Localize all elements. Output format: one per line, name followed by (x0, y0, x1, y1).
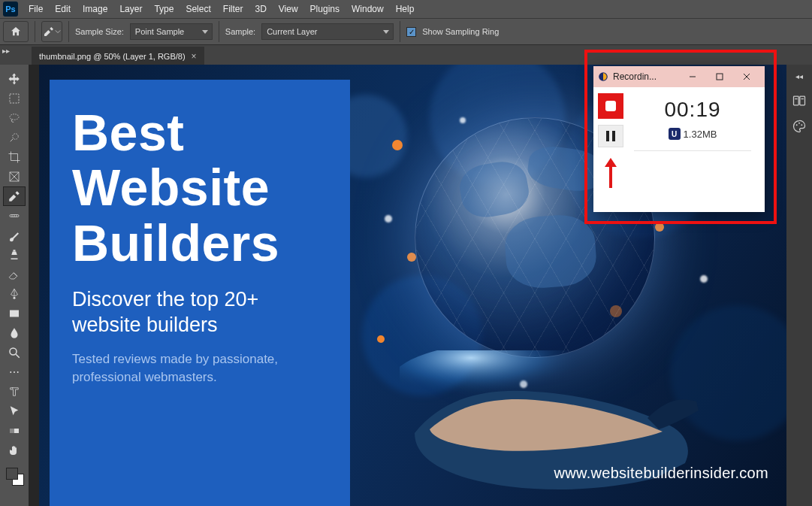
eyedropper-icon (43, 26, 55, 38)
menu-bar: Ps File Edit Image Layer Type Select Fil… (0, 0, 812, 18)
brush-tool[interactable] (3, 226, 26, 245)
menu-layer[interactable]: Layer (113, 2, 148, 17)
foreground-color-swatch[interactable] (6, 468, 18, 480)
thumbnail-text-panel: Best Website Builders Discover the top 2… (50, 80, 350, 506)
eraser-tool[interactable] (3, 265, 26, 284)
recorder-elapsed-time: 00:19 (628, 98, 757, 122)
svg-point-12 (14, 297, 16, 299)
svg-point-26 (801, 124, 802, 126)
minimize-button[interactable] (679, 66, 706, 87)
svg-point-25 (798, 123, 800, 124)
zoom-tool[interactable] (3, 343, 26, 362)
home-icon (10, 26, 22, 38)
recorder-window[interactable]: Recordin... 00:19 U 1.32MB (593, 66, 765, 212)
learn-panel-icon[interactable] (791, 92, 807, 109)
quick-selection-tool[interactable] (3, 128, 26, 147)
panel-collapse-toggle-right[interactable]: ◂◂ (795, 72, 803, 80)
menu-filter[interactable]: Filter (217, 2, 249, 17)
svg-rect-21 (800, 96, 805, 105)
body-copy: Tested reviews made by passionate, profe… (72, 350, 329, 387)
svg-rect-20 (794, 96, 799, 105)
svg-point-14 (10, 348, 17, 355)
clone-stamp-tool[interactable] (3, 245, 26, 265)
svg-line-15 (16, 354, 20, 358)
type-tool[interactable] (3, 382, 26, 401)
menu-plugins[interactable]: Plugins (304, 2, 346, 17)
options-bar: Sample Size: Point Sample Sample: Curren… (0, 18, 812, 45)
app-logo-text: Ps (5, 5, 15, 14)
menu-edit[interactable]: Edit (49, 2, 77, 17)
rectangle-tool[interactable] (3, 304, 26, 323)
svg-point-8 (14, 215, 15, 217)
toolbox: ⋯ (0, 65, 29, 506)
move-tool[interactable] (3, 69, 26, 89)
menu-3d[interactable]: 3D (249, 2, 272, 17)
svg-rect-10 (14, 250, 16, 251)
frame-tool[interactable] (3, 167, 26, 186)
annotation-arrow (605, 158, 617, 188)
svg-point-2 (13, 134, 19, 140)
svg-point-7 (11, 215, 13, 217)
menu-image[interactable]: Image (77, 2, 113, 17)
blur-tool[interactable] (3, 323, 26, 343)
svg-rect-18 (10, 429, 14, 433)
chevron-down-icon (55, 29, 61, 35)
sampling-ring-checkbox[interactable]: ✓ (406, 27, 416, 37)
document-tab[interactable]: thumbnail.png @ 50% (Layer 1, RGB/8) × (32, 47, 204, 65)
color-panel-icon[interactable] (791, 118, 807, 135)
document-tab-title: thumbnail.png @ 50% (Layer 1, RGB/8) (39, 52, 186, 61)
recorder-title: Recordin... (613, 71, 657, 82)
svg-point-1 (10, 114, 19, 120)
menu-window[interactable]: Window (346, 2, 390, 17)
close-tab-button[interactable]: × (192, 51, 197, 62)
sample-select[interactable]: Current Layer (261, 23, 394, 40)
svg-point-9 (16, 215, 17, 217)
sample-label: Sample: (225, 27, 255, 36)
lasso-tool[interactable] (3, 108, 26, 128)
thumbnail-url: www.websitebuilderinsider.com (554, 465, 769, 482)
right-panel-dock: ◂◂ (786, 65, 812, 506)
recorder-app-icon (598, 71, 608, 82)
svg-rect-13 (10, 311, 19, 317)
eyedropper-tool[interactable] (3, 186, 26, 206)
menu-file[interactable]: File (23, 2, 49, 17)
menu-type[interactable]: Type (148, 2, 180, 17)
sample-size-select[interactable]: Point Sample (130, 23, 213, 40)
sampling-ring-label: Show Sampling Ring (422, 27, 499, 36)
close-button[interactable] (733, 66, 760, 87)
sample-size-label: Sample Size: (75, 27, 124, 36)
svg-rect-0 (10, 94, 19, 103)
panel-collapse-toggle-left[interactable]: ▸▸ (2, 47, 10, 55)
stop-record-button[interactable] (598, 93, 623, 119)
maximize-button[interactable] (706, 66, 733, 87)
pause-icon (606, 131, 609, 141)
pen-tool[interactable] (3, 284, 26, 304)
upload-badge: U (669, 128, 681, 140)
tool-preset-picker[interactable] (41, 21, 62, 42)
color-swatches[interactable] (5, 466, 24, 486)
crop-tool[interactable] (3, 147, 26, 167)
svg-point-24 (796, 124, 798, 126)
hand-tool[interactable] (3, 441, 26, 460)
menu-view[interactable]: View (273, 2, 304, 17)
pause-button[interactable] (598, 125, 623, 147)
document-tab-strip: ▸▸ thumbnail.png @ 50% (Layer 1, RGB/8) … (0, 45, 812, 65)
subhead: Discover the top 20+ website builders (72, 287, 329, 338)
recorder-file-size: U 1.32MB (628, 128, 757, 140)
home-button[interactable] (3, 21, 29, 42)
healing-brush-tool[interactable] (3, 206, 26, 226)
gradient-tool[interactable] (3, 421, 26, 441)
menu-select[interactable]: Select (180, 2, 216, 17)
svg-rect-29 (717, 74, 723, 80)
stop-icon (605, 101, 616, 111)
path-selection-tool[interactable] (3, 401, 26, 421)
app-logo: Ps (3, 2, 18, 17)
recorder-titlebar[interactable]: Recordin... (593, 66, 765, 87)
headline: Best Website Builders (72, 105, 329, 271)
edit-toolbar[interactable]: ⋯ (3, 362, 26, 382)
marquee-tool[interactable] (3, 89, 26, 108)
menu-help[interactable]: Help (390, 2, 421, 17)
